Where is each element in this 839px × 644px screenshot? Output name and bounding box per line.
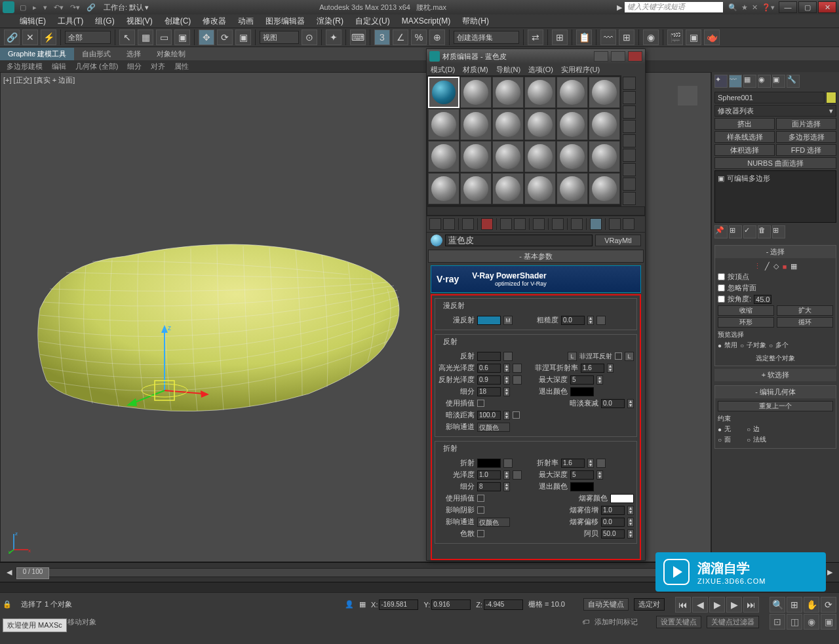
sample-slot[interactable] — [556, 173, 588, 204]
sample-hscroll[interactable] — [427, 206, 645, 216]
vertex-subobj-icon[interactable]: ⋮ — [754, 262, 761, 271]
sample-slot[interactable] — [589, 141, 620, 172]
spinner-snap-icon[interactable]: ⊕ — [429, 29, 445, 45]
sample-slot[interactable] — [492, 141, 524, 172]
go-sibling-icon[interactable] — [623, 218, 634, 230]
radio-none[interactable]: 无 — [724, 425, 731, 434]
get-material-icon[interactable] — [429, 218, 441, 230]
modifier-stack[interactable]: ▣可编辑多边形 — [714, 170, 836, 223]
menu-custom[interactable]: 自定义(U) — [355, 16, 390, 27]
window-crossing-icon[interactable]: ▣ — [174, 29, 190, 45]
mat-map-nav-icon[interactable] — [623, 192, 636, 205]
refl-channel-select[interactable]: 仅颜色 — [477, 423, 510, 432]
show-end-icon[interactable]: ⊞ — [729, 225, 742, 238]
maximize-button[interactable]: ▢ — [798, 1, 817, 13]
fog-color-swatch[interactable] — [610, 494, 634, 503]
radio-multi[interactable]: 多个 — [775, 341, 789, 350]
schematic-icon[interactable]: ⊞ — [619, 29, 634, 45]
me-menu-options[interactable]: 选项(O) — [528, 65, 553, 75]
by-angle-check[interactable] — [718, 295, 725, 303]
minimize-button[interactable]: — — [779, 1, 797, 13]
reflect-color-swatch[interactable] — [477, 352, 501, 361]
render-frame-icon[interactable]: ▣ — [686, 29, 701, 45]
reset-icon[interactable] — [481, 218, 493, 230]
preview-icon[interactable] — [623, 149, 636, 162]
edge-subobj-icon[interactable]: ╱ — [765, 262, 770, 271]
sample-uv-icon[interactable] — [623, 120, 636, 133]
z-coord[interactable] — [484, 599, 523, 610]
setkey-button[interactable]: 设置关键点 — [656, 616, 701, 628]
percent-snap-icon[interactable]: % — [411, 29, 427, 45]
btn-vol-sel[interactable]: 体积选择 — [714, 144, 775, 156]
ribbon-props[interactable]: 属性 — [170, 61, 193, 72]
sample-slot[interactable] — [589, 109, 620, 140]
help2-icon[interactable]: ❓▾ — [762, 3, 775, 12]
link-icon[interactable]: 🔗 — [4, 29, 20, 45]
person-icon[interactable]: 👤 — [345, 600, 354, 609]
fresnel-ior-spinner[interactable]: 1.6 — [581, 364, 604, 373]
open-icon[interactable]: ▸ — [33, 3, 37, 12]
me-menu-util[interactable]: 实用程序(U) — [561, 65, 600, 75]
utility-tab-icon[interactable]: 🔧 — [787, 75, 800, 88]
selection-filter[interactable]: 全部 — [65, 31, 111, 44]
select-name-icon[interactable]: ▦ — [138, 29, 153, 45]
me-minimize-button[interactable] — [594, 51, 608, 62]
video-check-icon[interactable] — [623, 134, 636, 147]
assign-icon[interactable] — [462, 218, 474, 230]
put-to-lib-icon[interactable] — [533, 218, 545, 230]
ior-spinner[interactable]: 1.6 — [561, 459, 585, 468]
mirror-icon[interactable]: ⇄ — [528, 29, 543, 45]
element-subobj-icon[interactable]: ▦ — [790, 262, 797, 271]
y-coord[interactable] — [431, 599, 471, 610]
unique-icon[interactable]: ✓ — [743, 225, 756, 238]
hilight-spinner[interactable]: 0.6 — [477, 364, 501, 373]
sample-slot[interactable] — [492, 77, 524, 108]
viewcube[interactable] — [671, 79, 704, 112]
me-menu-mode[interactable]: 模式(D) — [431, 65, 455, 75]
modify-tab-icon[interactable]: 〰 — [729, 75, 742, 88]
sample-slot[interactable] — [460, 77, 492, 108]
pivot-icon[interactable]: ⊙ — [302, 29, 317, 45]
ribbon-tab-freeform[interactable]: 自由形式 — [74, 48, 119, 60]
help-icon[interactable]: 🔍 — [728, 3, 737, 12]
dispersion-check[interactable] — [477, 530, 484, 537]
basic-params-header[interactable]: - 基本参数 — [428, 250, 644, 263]
arc-rotate-icon[interactable]: ⟳ — [821, 597, 836, 613]
bind-icon[interactable]: ⚡ — [41, 29, 56, 45]
autodesk-icon[interactable]: ▶ — [617, 3, 622, 12]
ribbon-geom[interactable]: 几何体 (全部) — [71, 61, 122, 72]
go-parent-icon[interactable] — [609, 218, 621, 230]
me-menu-nav[interactable]: 导航(N) — [496, 65, 520, 75]
sample-slot[interactable] — [556, 109, 588, 140]
sample-slot[interactable] — [492, 173, 524, 204]
ring-button[interactable]: 环形 — [718, 317, 774, 328]
walk-icon[interactable]: ◉ — [804, 614, 819, 630]
move-gizmo[interactable]: z — [119, 318, 210, 410]
unlink-icon[interactable]: ✕ — [22, 29, 38, 45]
sample-slot[interactable] — [460, 109, 492, 140]
refract-color-swatch[interactable] — [477, 459, 501, 468]
x-coord[interactable] — [379, 599, 418, 610]
radio-disable[interactable]: 禁用 — [724, 341, 737, 350]
goto-start-icon[interactable]: ⏮ — [675, 597, 691, 613]
zoom-ext-icon[interactable]: ⊡ — [770, 614, 785, 630]
named-sel-set[interactable]: 创建选择集 — [454, 31, 519, 44]
play-icon[interactable]: ▶ — [709, 597, 725, 613]
config-icon[interactable]: ⊞ — [772, 225, 785, 238]
radio-edge[interactable]: 边 — [753, 425, 760, 434]
layers-icon[interactable]: 📋 — [576, 29, 592, 45]
refl-subdiv-spinner[interactable]: 18 — [477, 387, 501, 396]
viewport-label[interactable]: [+] [正交] [真实 + 边面] — [3, 75, 75, 85]
autokey-button[interactable]: 自动关键点 — [583, 598, 629, 611]
put-to-scene-icon[interactable] — [443, 218, 455, 230]
snap-icon[interactable]: 3 — [374, 29, 390, 45]
cube-icon[interactable]: ▦ — [359, 600, 366, 609]
help-search[interactable]: 键入关键字或短语 — [625, 2, 723, 12]
ribbon-poly[interactable]: 多边形建模 — [3, 61, 47, 72]
repeat-button[interactable]: 重复上一个 — [718, 401, 833, 411]
sample-slot[interactable] — [524, 77, 556, 108]
sample-slot[interactable] — [524, 109, 556, 140]
me-close-button[interactable] — [628, 51, 642, 62]
roughness-spinner[interactable]: 0.0 — [561, 316, 585, 325]
fogbias-spinner[interactable]: 0.0 — [601, 518, 625, 527]
